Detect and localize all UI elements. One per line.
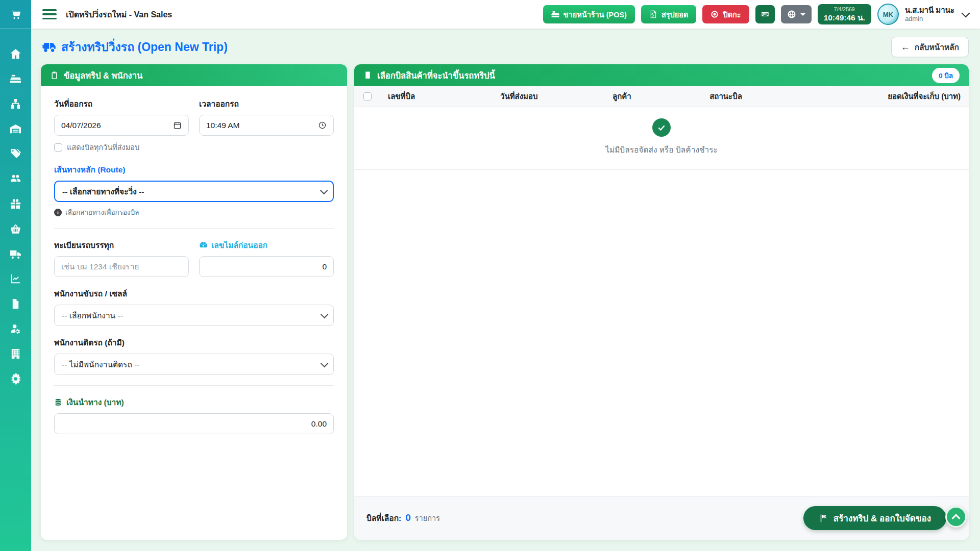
caret-down-icon: [800, 13, 805, 16]
trip-form-title: ข้อมูลทริป & พนักงาน: [64, 69, 142, 82]
driver-select[interactable]: -- เลือกพนักงาน --: [54, 305, 334, 326]
topbar: เปิดทริปวิ่งรถใหม่ - Van Sales ขายหน้าร้…: [31, 0, 980, 29]
col-bill-no: เลขที่บิล: [388, 90, 500, 103]
sitemap-icon[interactable]: [9, 97, 22, 110]
selected-unit: รายการ: [415, 512, 440, 524]
chevron-down-icon: [320, 186, 328, 194]
cash-input[interactable]: [61, 419, 327, 429]
selected-label: บิลที่เลือก:: [366, 512, 401, 524]
user-name: น.ส.มานี มานะ: [905, 6, 954, 15]
route-label: เส้นทางหลัก (Route): [54, 163, 334, 176]
keyboard-icon: [761, 10, 769, 18]
app-logo[interactable]: [0, 0, 31, 29]
plate-label: ทะเบียนรถบรรทุก: [54, 239, 189, 252]
window-title: เปิดทริปวิ่งรถใหม่ - Van Sales: [66, 8, 172, 21]
helper-label: พนักงานติดรถ (ถ้ามี): [54, 336, 334, 349]
pos-button[interactable]: ขายหน้าร้าน (POS): [543, 5, 635, 23]
bills-table-body: ไม่มีบิลรอจัดส่ง หรือ บิลค้างชำระ: [354, 107, 969, 496]
pos-register-icon[interactable]: [9, 72, 22, 85]
select-all-checkbox[interactable]: [363, 92, 372, 101]
cash-input-wrap: [54, 413, 334, 434]
chevron-down-icon: [321, 359, 329, 367]
coins-icon: [54, 398, 63, 407]
mileage-input-wrap: [199, 256, 334, 277]
back-arrow-icon: ←: [901, 42, 910, 52]
flag-icon: [819, 514, 828, 523]
sales-chart-icon[interactable]: [9, 272, 22, 285]
cash-register-icon: [551, 10, 559, 18]
shift-clock-badge: 7/4/2569 10:49:46 น.: [818, 4, 871, 25]
info-icon: i: [54, 209, 62, 216]
route-select[interactable]: -- เลือกสายทางที่จะวิ่ง --: [54, 181, 334, 202]
empty-message: ไม่มีบิลรอจัดส่ง หรือ บิลค้างชำระ: [605, 143, 718, 156]
bills-card: เลือกบิลสินค้าที่จะนำขึ้นรถทริปนี้ 0 บิล…: [354, 64, 969, 540]
mileage-input[interactable]: [206, 262, 327, 271]
bills-table-header: เลขที่บิล วันที่ส่งมอบ ลูกค้า สถานะบิล ย…: [354, 86, 969, 107]
settings-icon[interactable]: [9, 372, 22, 385]
shopping-cart-icon: [9, 8, 22, 21]
customers-icon[interactable]: [9, 172, 22, 185]
menu-toggle-icon[interactable]: [42, 9, 57, 19]
documents-icon[interactable]: [9, 297, 22, 310]
clock-date: 7/4/2569: [824, 6, 865, 13]
user-role: admin: [905, 15, 954, 23]
clock-icon[interactable]: [318, 121, 327, 130]
show-all-bills-checkbox[interactable]: แสดงบิลทุกวันที่ส่งมอบ: [54, 141, 334, 153]
route-hint: i เลือกสายทางเพื่อกรองบิล: [54, 207, 334, 218]
clipboard-icon: [50, 71, 59, 80]
user-menu-chevron-icon[interactable]: [962, 9, 970, 18]
trip-date-input[interactable]: 04/07/2026: [54, 115, 189, 136]
trip-form-card: ข้อมูลทริป & พนักงาน วันที่ออกรถ 04/07/2…: [41, 64, 347, 540]
cash-label: เงินนำทาง (บาท): [54, 396, 334, 409]
calendar-icon[interactable]: [173, 121, 182, 130]
company-icon[interactable]: [9, 347, 22, 360]
chevron-down-icon: [321, 310, 329, 318]
staff-icon[interactable]: [9, 322, 22, 335]
speedometer-icon: [199, 241, 208, 249]
home-icon[interactable]: [9, 47, 22, 60]
plate-input[interactable]: [61, 262, 182, 271]
sidebar-nav: [0, 29, 31, 385]
back-home-button[interactable]: ← กลับหน้าหลัก: [891, 37, 969, 57]
selected-count: 0: [405, 512, 411, 523]
bills-footer: บิลที่เลือก: 0 รายการ สร้างทริป & ออกใบจ…: [354, 496, 969, 540]
col-status: สถานะบิล: [644, 90, 807, 103]
mileage-label: เลขไมล์ก่อนออก: [199, 239, 334, 252]
close-shift-button[interactable]: ปิดกะ: [702, 5, 749, 23]
keyboard-button[interactable]: [755, 5, 775, 23]
warehouse-icon[interactable]: [9, 122, 22, 135]
language-button[interactable]: [781, 5, 812, 23]
helper-select[interactable]: -- ไม่มีพนักงานติดรถ --: [54, 354, 334, 375]
summary-button[interactable]: สรุปยอด: [641, 5, 696, 23]
summary-doc-icon: [649, 10, 657, 18]
col-delivery-date: วันที่ส่งมอบ: [500, 90, 612, 103]
time-label: เวลาออกรถ: [199, 97, 334, 110]
empty-state: ไม่มีบิลรอจัดส่ง หรือ บิลค้างชำระ: [354, 107, 969, 170]
user-avatar[interactable]: MK: [877, 4, 899, 25]
receipt-icon: [363, 71, 372, 80]
page-title: สร้างทริปวิ่งรถ (Open New Trip): [41, 38, 228, 56]
tags-icon[interactable]: [9, 147, 22, 160]
plate-input-wrap: [54, 256, 189, 277]
truck-icon: [41, 39, 56, 55]
col-amount: ยอดเงินที่จะเก็บ (บาท): [807, 90, 961, 103]
bills-panel-title: เลือกบิลสินค้าที่จะนำขึ้นรถทริปนี้: [377, 69, 495, 82]
bill-count-badge: 0 บิล: [932, 68, 960, 83]
delivery-truck-icon[interactable]: [9, 247, 22, 260]
create-trip-button[interactable]: สร้างทริป & ออกใบจัดของ: [803, 506, 946, 530]
checkbox-box[interactable]: [54, 143, 62, 152]
scroll-to-top-button[interactable]: [945, 506, 967, 528]
user-info[interactable]: น.ส.มานี มานะ admin: [905, 6, 954, 23]
trip-time-input[interactable]: 10:49 AM: [199, 115, 334, 136]
globe-icon: [787, 10, 796, 19]
basket-icon[interactable]: [9, 222, 22, 235]
check-circle-icon: [652, 118, 671, 137]
chevron-up-icon: [952, 514, 961, 522]
sidebar: [0, 0, 31, 551]
driver-label: พนักงานขับรถ / เซลล์: [54, 287, 334, 300]
record-circle-icon: [710, 10, 719, 18]
clock-time: 10:49:46 น.: [824, 13, 865, 22]
gift-icon[interactable]: [9, 197, 22, 210]
col-customer: ลูกค้า: [612, 90, 644, 103]
date-label: วันที่ออกรถ: [54, 97, 189, 110]
